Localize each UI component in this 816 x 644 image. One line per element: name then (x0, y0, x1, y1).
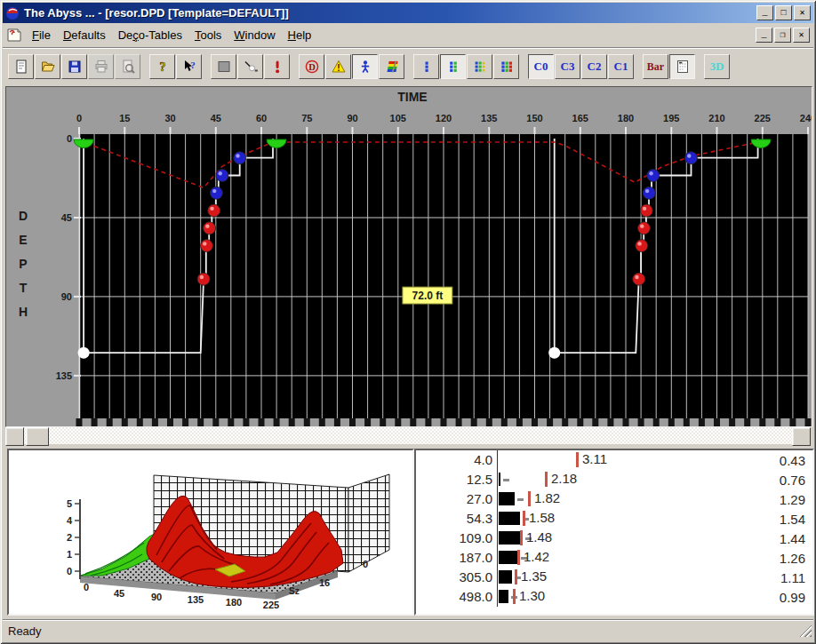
compartment-row: 12.52.180.76 (416, 470, 812, 489)
title-bar[interactable]: The Abyss ... - [resor.DPD [Template=DEF… (3, 3, 813, 23)
toolbar-dots-2-button[interactable] (440, 54, 466, 79)
menu-window-label: indow (245, 28, 276, 42)
menu-tools[interactable]: Tools (188, 26, 228, 44)
halftime-value: 305.0 (416, 568, 498, 587)
svg-text:45: 45 (61, 212, 72, 223)
gradient-dash (517, 498, 524, 501)
halftime-value: 4.0 (416, 450, 498, 470)
dive-profile-chart[interactable]: TIME015304560759010512013515016518019521… (5, 86, 812, 427)
toolbar-alert-button[interactable] (264, 54, 290, 79)
toolbar-color-swatch-button[interactable] (211, 54, 236, 79)
mvalue-tick (520, 530, 523, 545)
svg-text:165: 165 (572, 113, 588, 123)
toolbar-c0-button[interactable]: C0 (528, 54, 554, 79)
toolbar-colors-button[interactable] (379, 54, 404, 79)
maximize-button[interactable]: □ (775, 5, 792, 20)
new-icon (14, 60, 28, 74)
menu-help[interactable]: Help (282, 26, 318, 44)
toolbar-c3-button[interactable]: C3 (555, 54, 580, 79)
scrollbar-track[interactable] (49, 427, 792, 444)
menu-window-accel: W (234, 28, 244, 42)
toolbar-grid-view-button[interactable] (669, 54, 695, 79)
depth-axis-label-16: 16 (319, 577, 330, 588)
scroll-left-button[interactable] (5, 427, 24, 446)
right-value: 1.54 (750, 512, 812, 527)
child-minimize-button[interactable]: _ (756, 28, 772, 43)
child-restore-button[interactable]: ❐ (774, 28, 791, 43)
loading-bar (499, 492, 515, 505)
loading-bar (499, 512, 520, 525)
child-close-button[interactable]: ✕ (793, 28, 810, 43)
tissue-3d-panel: 5421004590135180225Sz160 (7, 449, 414, 616)
document-icon[interactable] (6, 28, 22, 43)
svg-text:225: 225 (755, 113, 771, 123)
toolbar-deco-d-button[interactable]: D (299, 54, 324, 79)
draw-tool-icon (244, 60, 258, 74)
loading-bar-zone: 1.48 (498, 529, 750, 548)
toolbar-open-button[interactable] (35, 54, 60, 79)
mvalue-label: 2.18 (551, 471, 577, 486)
toolbar: ??D!C0C3C2C1Bar3D (3, 47, 813, 85)
menu-file[interactable]: File (26, 26, 57, 44)
status-bar: Ready (3, 619, 813, 641)
toolbar-draw-tool-button[interactable] (237, 54, 263, 79)
toolbar-save-button[interactable] (61, 54, 87, 79)
mvalue-label: 1.30 (519, 588, 545, 603)
toolbar-c1-label: C1 (614, 60, 628, 74)
svg-text:E: E (19, 233, 27, 247)
halftime-value: 12.5 (416, 470, 498, 489)
close-button[interactable]: ✕ (794, 5, 811, 20)
mvalue-label: 1.35 (521, 568, 547, 584)
minimize-button[interactable]: _ (756, 5, 773, 20)
scrollbar-thumb[interactable] (26, 427, 49, 446)
toolbar-3d-view-button[interactable]: 3D (704, 54, 730, 79)
menu-defaults[interactable]: Defaults (57, 26, 112, 44)
halftime-value: 109.0 (416, 529, 498, 548)
toolbar-dots-4-button[interactable] (493, 54, 519, 79)
loading-bar (499, 531, 523, 545)
app-icon (5, 6, 20, 20)
menu-window[interactable]: Window (228, 26, 281, 44)
open-icon (41, 60, 55, 74)
toolbar-c2-button[interactable]: C2 (581, 54, 607, 79)
toolbar-diver-button[interactable] (352, 54, 378, 79)
svg-text:135: 135 (56, 370, 72, 381)
compartment-row: 305.01.351.11 (416, 568, 812, 587)
toolbar-context-help-button[interactable]: ? (176, 54, 202, 79)
toolbar-c1-button[interactable]: C1 (608, 54, 634, 79)
menu-deco-tables[interactable]: Deço-Tables (112, 26, 188, 44)
svg-text:45: 45 (114, 588, 124, 599)
toolbar-bar-view-button[interactable]: Bar (643, 54, 668, 79)
horizontal-scrollbar[interactable] (5, 427, 811, 444)
right-value: 0.76 (750, 473, 812, 488)
mvalue-label: 1.58 (529, 510, 555, 525)
loading-bar-zone: 1.82 (498, 489, 750, 509)
depth-tooltip: 72.0 ft (403, 287, 452, 304)
svg-text:2: 2 (67, 532, 72, 543)
dots-2-icon (446, 60, 460, 74)
toolbar-warning-button[interactable]: ! (325, 54, 351, 79)
svg-text:1: 1 (67, 549, 72, 560)
mvalue-tick (545, 472, 548, 487)
toolbar-dots-3-button[interactable] (467, 54, 492, 79)
print-preview-icon (121, 60, 135, 74)
compartment-row: 27.01.821.29 (416, 489, 812, 509)
dive-profile-svg[interactable]: TIME015304560759010512013515016518019521… (6, 87, 812, 426)
resize-grip[interactable] (799, 624, 812, 637)
toolbar-dots-1-button[interactable] (413, 54, 439, 79)
scroll-right-button[interactable] (792, 427, 811, 446)
toolbar-c0-label: C0 (534, 60, 548, 74)
toolbar-print-preview-button (115, 54, 140, 79)
toolbar-bar-view-label: Bar (647, 60, 664, 74)
loading-bar-zone: 1.42 (498, 548, 750, 568)
compartment-row: 187.01.421.26 (416, 548, 812, 568)
menu-file-label: ile (39, 28, 51, 42)
toolbar-new-button[interactable] (8, 54, 34, 79)
svg-text:0: 0 (84, 582, 89, 592)
compartment-row: 4.03.110.43 (416, 450, 812, 470)
svg-text:H: H (19, 305, 28, 319)
menu-help-accel: H (288, 28, 296, 42)
loading-bar (499, 551, 518, 564)
loading-bar (499, 473, 500, 486)
toolbar-help-button[interactable]: ? (149, 54, 175, 79)
